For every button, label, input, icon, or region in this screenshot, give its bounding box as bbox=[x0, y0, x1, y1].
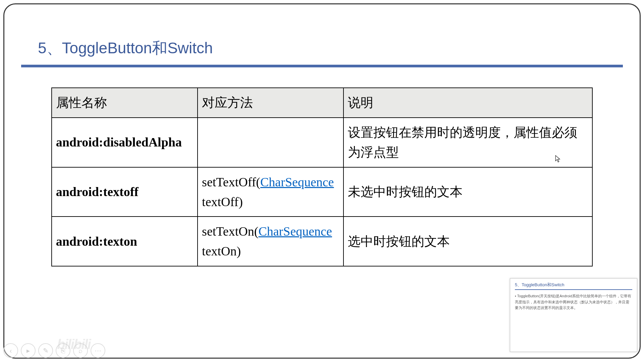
cell-desc: 未选中时按钮的文本 bbox=[343, 167, 592, 217]
cell-method: setTextOn(CharSequence textOn) bbox=[198, 217, 343, 266]
slide-title: 5、ToggleButton和Switch bbox=[21, 38, 623, 65]
charsequence-link[interactable]: CharSequence bbox=[260, 175, 334, 189]
th-desc: 说明 bbox=[343, 88, 592, 118]
method-suffix: textOn) bbox=[202, 244, 241, 258]
more-button[interactable]: ⋯ bbox=[91, 343, 105, 358]
table-row: android:disabledAlpha 设置按钮在禁用时的透明度，属性值必须… bbox=[52, 118, 593, 167]
cell-attr: android:texton bbox=[52, 217, 198, 266]
cell-attr: android:textoff bbox=[52, 167, 198, 217]
title-underline bbox=[21, 65, 623, 67]
cell-method: setTextOff(CharSequence textOff) bbox=[198, 167, 343, 217]
table-row: android:texton setTextOn(CharSequence te… bbox=[52, 217, 593, 266]
prev-button[interactable]: ‹ bbox=[3, 343, 18, 358]
method-prefix: setTextOn( bbox=[202, 224, 258, 238]
cell-desc: 设置按钮在禁用时的透明度，属性值必须为浮点型 bbox=[343, 118, 592, 167]
annotate-button[interactable]: ✎ bbox=[38, 343, 53, 358]
charsequence-link[interactable]: CharSequence bbox=[258, 224, 332, 238]
th-method: 对应方法 bbox=[198, 88, 343, 118]
table-row: android:textoff setTextOff(CharSequence … bbox=[52, 167, 593, 217]
thumb-title: 5、ToggleButton和Switch bbox=[515, 282, 632, 288]
attributes-table: 属性名称 对应方法 说明 android:disabledAlpha 设置按钮在… bbox=[51, 87, 593, 266]
th-attr-name: 属性名称 bbox=[52, 88, 198, 118]
cell-method bbox=[198, 118, 343, 167]
slide-thumbnail[interactable]: 5、ToggleButton和Switch ToggleButton(开关按钮)… bbox=[510, 278, 637, 352]
bilibili-watermark: bilibili bbox=[57, 337, 91, 352]
method-prefix: setTextOff( bbox=[202, 175, 260, 189]
cell-attr: android:disabledAlpha bbox=[52, 118, 198, 167]
thumb-underline bbox=[515, 289, 632, 290]
cell-desc: 选中时按钮的文本 bbox=[343, 217, 592, 266]
thumb-body: ToggleButton(开关按钮)是Android系统中比较简单的一个组件，它… bbox=[515, 293, 632, 311]
play-button[interactable]: ▸ bbox=[21, 343, 36, 358]
method-suffix: textOff) bbox=[202, 195, 243, 209]
